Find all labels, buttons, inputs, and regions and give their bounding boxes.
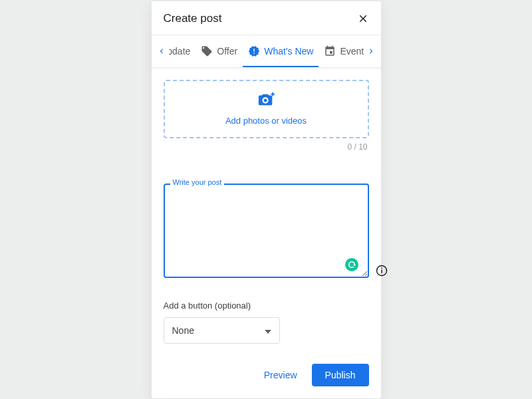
add-button-label: Add a button (optional) — [164, 301, 369, 311]
tab-event[interactable]: Event — [319, 35, 363, 67]
post-field-label: Write your post — [170, 178, 225, 186]
burst-new-icon — [248, 45, 260, 57]
tabs-scroll-left[interactable] — [154, 47, 169, 56]
close-icon — [357, 13, 369, 25]
calendar-icon — [324, 45, 336, 57]
grammarly-badge[interactable] — [345, 258, 358, 271]
chevron-left-icon — [157, 47, 166, 56]
tag-icon — [201, 45, 213, 57]
tab-label: Offer — [217, 46, 237, 57]
modal-header: Create post — [152, 1, 381, 35]
tab-label: Event — [340, 46, 363, 57]
tab-label: update — [169, 46, 191, 57]
close-button[interactable] — [357, 13, 369, 25]
post-text-input[interactable] — [164, 184, 369, 278]
caret-down-icon — [265, 325, 271, 336]
button-type-select[interactable]: None — [164, 317, 280, 344]
modal-footer: Preview Publish — [152, 356, 381, 398]
upload-label: Add photos or videos — [225, 116, 307, 126]
select-value: None — [172, 325, 194, 336]
upload-counter: 0 / 10 — [164, 142, 369, 152]
chevron-right-icon — [366, 47, 376, 56]
publish-button[interactable]: Publish — [312, 364, 369, 386]
tab-list: update Offer What's New — [169, 35, 364, 67]
tab-update[interactable]: update — [169, 35, 196, 67]
tabs-scroll-right[interactable] — [364, 47, 378, 56]
info-icon[interactable] — [376, 265, 388, 277]
modal-content: Add photos or videos 0 / 10 Write your p… — [152, 68, 381, 356]
tab-label: What's New — [264, 46, 313, 57]
grammarly-icon — [348, 261, 356, 269]
tab-offer[interactable]: Offer — [196, 35, 243, 67]
tabs-bar: update Offer What's New — [152, 35, 381, 68]
svg-rect-1 — [381, 269, 382, 273]
modal-title: Create post — [164, 12, 222, 25]
svg-rect-2 — [381, 267, 382, 269]
tab-whats-new[interactable]: What's New — [243, 35, 319, 67]
svg-point-0 — [264, 99, 267, 102]
preview-button[interactable]: Preview — [255, 364, 307, 386]
post-text-field-wrap: Write your post — [164, 184, 369, 281]
add-photo-icon — [257, 92, 275, 110]
create-post-modal: Create post update Offer — [152, 1, 381, 398]
media-upload-dropzone[interactable]: Add photos or videos — [164, 80, 369, 138]
